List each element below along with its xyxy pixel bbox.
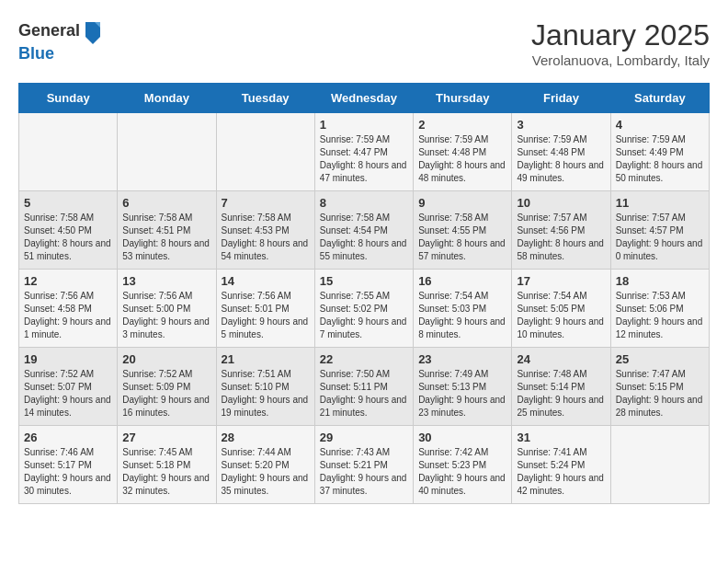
day-number: 9 [418,196,506,210]
day-number: 20 [122,352,210,366]
title-block: January 2025 Verolanuova, Lombardy, Ital… [531,18,710,68]
day-number: 26 [24,431,112,444]
calendar-title: January 2025 [531,18,710,52]
weekday-header-cell: Monday [118,84,216,113]
calendar-day-cell: 25Sunrise: 7:47 AM Sunset: 5:15 PM Dayli… [610,348,709,426]
day-info: Sunrise: 7:55 AM Sunset: 5:02 PM Dayligh… [320,290,408,341]
calendar-day-cell: 23Sunrise: 7:49 AM Sunset: 5:13 PM Dayli… [414,348,512,426]
weekday-header-cell: Thursday [414,84,512,113]
day-number: 18 [616,274,704,288]
calendar-day-cell: 26Sunrise: 7:46 AM Sunset: 5:17 PM Dayli… [19,426,118,504]
day-number: 29 [320,431,408,444]
day-number: 11 [616,196,704,210]
calendar-day-cell: 16Sunrise: 7:54 AM Sunset: 5:03 PM Dayli… [414,270,512,348]
calendar-day-cell: 15Sunrise: 7:55 AM Sunset: 5:02 PM Dayli… [314,270,413,348]
day-number: 30 [418,431,506,444]
calendar-day-cell: 3Sunrise: 7:59 AM Sunset: 4:48 PM Daylig… [512,113,610,191]
calendar-week-row: 5Sunrise: 7:58 AM Sunset: 4:50 PM Daylig… [19,191,710,270]
day-info: Sunrise: 7:52 AM Sunset: 5:07 PM Dayligh… [24,368,112,419]
weekday-header-cell: Friday [512,84,610,113]
weekday-header-cell: Sunday [19,84,118,113]
calendar-day-cell: 14Sunrise: 7:56 AM Sunset: 5:01 PM Dayli… [216,270,314,348]
calendar-header: SundayMondayTuesdayWednesdayThursdayFrid… [19,84,710,113]
calendar-day-cell: 12Sunrise: 7:56 AM Sunset: 4:58 PM Dayli… [19,270,118,348]
day-number: 6 [122,196,210,210]
calendar-day-cell: 24Sunrise: 7:48 AM Sunset: 5:14 PM Dayli… [512,348,610,426]
day-info: Sunrise: 7:57 AM Sunset: 4:56 PM Dayligh… [517,212,605,263]
day-info: Sunrise: 7:59 AM Sunset: 4:48 PM Dayligh… [418,133,506,185]
day-number: 22 [320,352,408,366]
calendar-day-cell [19,113,118,191]
calendar-day-cell: 31Sunrise: 7:41 AM Sunset: 5:24 PM Dayli… [512,426,610,504]
calendar-day-cell: 21Sunrise: 7:51 AM Sunset: 5:10 PM Dayli… [216,348,314,426]
day-number: 1 [320,118,408,132]
calendar-day-cell: 7Sunrise: 7:58 AM Sunset: 4:53 PM Daylig… [216,191,314,270]
calendar-day-cell: 6Sunrise: 7:58 AM Sunset: 4:51 PM Daylig… [118,191,216,270]
calendar-day-cell: 18Sunrise: 7:53 AM Sunset: 5:06 PM Dayli… [610,270,709,348]
logo-icon [82,18,104,44]
weekday-header-cell: Saturday [610,84,709,113]
weekday-header-cell: Wednesday [314,84,413,113]
day-info: Sunrise: 7:51 AM Sunset: 5:10 PM Dayligh… [222,368,310,419]
calendar-table: SundayMondayTuesdayWednesdayThursdayFrid… [18,83,710,504]
day-number: 10 [517,196,605,210]
calendar-day-cell: 22Sunrise: 7:50 AM Sunset: 5:11 PM Dayli… [314,348,413,426]
weekday-header-row: SundayMondayTuesdayWednesdayThursdayFrid… [19,84,710,113]
day-info: Sunrise: 7:53 AM Sunset: 5:06 PM Dayligh… [616,290,704,341]
page-header: General Blue January 2025 Verolanuova, L… [18,18,710,68]
calendar-day-cell: 9Sunrise: 7:58 AM Sunset: 4:55 PM Daylig… [414,191,512,270]
day-number: 3 [517,118,605,132]
calendar-day-cell: 10Sunrise: 7:57 AM Sunset: 4:56 PM Dayli… [512,191,610,270]
svg-marker-0 [85,22,100,44]
day-number: 14 [222,274,310,288]
day-info: Sunrise: 7:56 AM Sunset: 5:00 PM Dayligh… [122,290,210,341]
day-info: Sunrise: 7:44 AM Sunset: 5:20 PM Dayligh… [222,446,310,498]
calendar-day-cell: 5Sunrise: 7:58 AM Sunset: 4:50 PM Daylig… [19,191,118,270]
day-info: Sunrise: 7:46 AM Sunset: 5:17 PM Dayligh… [24,446,112,498]
day-info: Sunrise: 7:59 AM Sunset: 4:48 PM Dayligh… [517,133,605,185]
day-number: 2 [418,118,506,132]
day-info: Sunrise: 7:42 AM Sunset: 5:23 PM Dayligh… [418,446,506,498]
day-info: Sunrise: 7:54 AM Sunset: 5:03 PM Dayligh… [418,290,506,341]
day-number: 8 [320,196,408,210]
day-info: Sunrise: 7:58 AM Sunset: 4:53 PM Dayligh… [222,212,310,263]
calendar-day-cell: 2Sunrise: 7:59 AM Sunset: 4:48 PM Daylig… [414,113,512,191]
calendar-day-cell: 28Sunrise: 7:44 AM Sunset: 5:20 PM Dayli… [216,426,314,504]
calendar-day-cell: 13Sunrise: 7:56 AM Sunset: 5:00 PM Dayli… [118,270,216,348]
logo-blue: Blue [18,44,104,64]
day-info: Sunrise: 7:43 AM Sunset: 5:21 PM Dayligh… [320,446,408,498]
calendar-subtitle: Verolanuova, Lombardy, Italy [531,52,710,68]
calendar-week-row: 12Sunrise: 7:56 AM Sunset: 4:58 PM Dayli… [19,270,710,348]
calendar-day-cell: 11Sunrise: 7:57 AM Sunset: 4:57 PM Dayli… [610,191,709,270]
day-info: Sunrise: 7:49 AM Sunset: 5:13 PM Dayligh… [418,368,506,419]
logo-general: General [18,21,80,41]
day-info: Sunrise: 7:58 AM Sunset: 4:50 PM Dayligh… [24,212,112,263]
day-number: 5 [24,196,112,210]
day-number: 19 [24,352,112,366]
calendar-day-cell: 1Sunrise: 7:59 AM Sunset: 4:47 PM Daylig… [314,113,413,191]
calendar-day-cell: 4Sunrise: 7:59 AM Sunset: 4:49 PM Daylig… [610,113,709,191]
weekday-header-cell: Tuesday [216,84,314,113]
day-number: 23 [418,352,506,366]
calendar-day-cell: 8Sunrise: 7:58 AM Sunset: 4:54 PM Daylig… [314,191,413,270]
calendar-week-row: 19Sunrise: 7:52 AM Sunset: 5:07 PM Dayli… [19,348,710,426]
day-info: Sunrise: 7:54 AM Sunset: 5:05 PM Dayligh… [517,290,605,341]
calendar-day-cell [610,426,709,504]
calendar-body: 1Sunrise: 7:59 AM Sunset: 4:47 PM Daylig… [19,113,710,504]
day-number: 28 [222,431,310,444]
calendar-day-cell [216,113,314,191]
day-number: 12 [24,274,112,288]
calendar-day-cell: 29Sunrise: 7:43 AM Sunset: 5:21 PM Dayli… [314,426,413,504]
day-number: 15 [320,274,408,288]
day-info: Sunrise: 7:48 AM Sunset: 5:14 PM Dayligh… [517,368,605,419]
day-info: Sunrise: 7:59 AM Sunset: 4:47 PM Dayligh… [320,133,408,185]
day-info: Sunrise: 7:50 AM Sunset: 5:11 PM Dayligh… [320,368,408,419]
calendar-day-cell: 30Sunrise: 7:42 AM Sunset: 5:23 PM Dayli… [414,426,512,504]
day-info: Sunrise: 7:52 AM Sunset: 5:09 PM Dayligh… [122,368,210,419]
calendar-day-cell: 27Sunrise: 7:45 AM Sunset: 5:18 PM Dayli… [118,426,216,504]
day-info: Sunrise: 7:45 AM Sunset: 5:18 PM Dayligh… [122,446,210,498]
calendar-week-row: 1Sunrise: 7:59 AM Sunset: 4:47 PM Daylig… [19,113,710,191]
day-number: 24 [517,352,605,366]
calendar-week-row: 26Sunrise: 7:46 AM Sunset: 5:17 PM Dayli… [19,426,710,504]
day-number: 17 [517,274,605,288]
